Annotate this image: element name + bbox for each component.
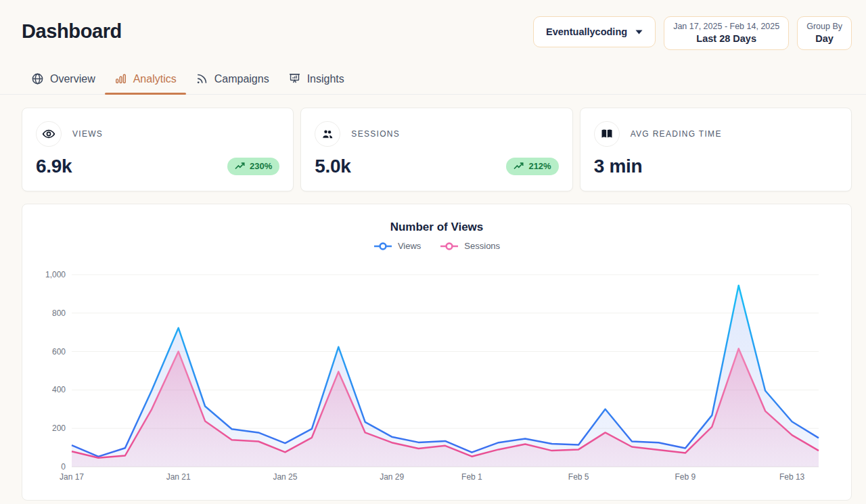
- users-icon: [315, 121, 340, 147]
- date-range-selector[interactable]: Jan 17, 2025 - Feb 14, 2025 Last 28 Days: [664, 16, 789, 50]
- account-selector-label: Eventuallycoding: [546, 26, 627, 37]
- bar-chart-icon: [114, 72, 127, 85]
- trend-badge: 230%: [227, 158, 279, 175]
- svg-text:0: 0: [61, 462, 66, 472]
- account-selector-button[interactable]: Eventuallycoding: [533, 16, 656, 47]
- group-by-value: Day: [806, 33, 842, 44]
- svg-text:Feb 5: Feb 5: [568, 472, 589, 482]
- svg-text:Feb 1: Feb 1: [461, 472, 482, 482]
- stat-label: VIEWS: [72, 129, 103, 139]
- legend-item-views[interactable]: Views: [373, 241, 421, 251]
- globe-icon: [31, 72, 44, 85]
- page-header: Dashboard Eventuallycoding Jan 17, 2025 …: [0, 0, 866, 50]
- tab-overview-label: Overview: [50, 73, 95, 85]
- trend-value: 230%: [250, 161, 272, 171]
- stat-card-sessions: SESSIONS 5.0k 212%: [300, 108, 572, 191]
- chart-title: Number of Views: [22, 221, 851, 234]
- svg-text:800: 800: [52, 308, 66, 318]
- trend-value: 212%: [528, 161, 551, 171]
- tab-insights[interactable]: Insights: [279, 66, 354, 94]
- tab-bar: Overview Analytics Campaigns Insights: [0, 66, 866, 95]
- stat-label: SESSIONS: [351, 129, 400, 139]
- group-by-label: Group By: [806, 22, 842, 31]
- views-legend-marker-icon: [373, 242, 392, 250]
- date-range-preset: Last 28 Days: [673, 33, 779, 44]
- stat-value: 5.0k: [315, 156, 350, 177]
- chart-legend: Views Sessions: [22, 241, 851, 251]
- svg-text:Feb 13: Feb 13: [779, 472, 805, 482]
- stat-value: 3 min: [594, 156, 643, 177]
- tab-campaigns-label: Campaigns: [214, 73, 269, 85]
- tab-campaigns[interactable]: Campaigns: [186, 66, 279, 94]
- legend-label: Sessions: [464, 241, 500, 251]
- views-chart-card: Number of Views Views Sessions: [22, 204, 852, 501]
- page-title: Dashboard: [22, 20, 122, 43]
- svg-text:Jan 25: Jan 25: [273, 472, 297, 482]
- group-by-selector[interactable]: Group By Day: [797, 16, 852, 50]
- svg-text:Jan 29: Jan 29: [380, 472, 404, 482]
- date-range-text: Jan 17, 2025 - Feb 14, 2025: [673, 22, 779, 31]
- stat-card-views: VIEWS 6.9k 230%: [22, 108, 294, 191]
- trending-up-icon: [514, 162, 524, 170]
- svg-text:Jan 17: Jan 17: [60, 472, 84, 482]
- presentation-icon: [288, 72, 301, 85]
- stat-cards-row: VIEWS 6.9k 230% SESSIONS: [22, 108, 852, 191]
- chart-areas: [72, 285, 819, 467]
- chevron-down-icon: [635, 30, 643, 35]
- svg-text:Feb 9: Feb 9: [675, 472, 696, 482]
- stat-value: 6.9k: [36, 156, 72, 177]
- svg-text:400: 400: [52, 385, 66, 394]
- stat-card-avg-reading-time: AVG READING TIME 3 min: [580, 108, 852, 191]
- header-controls: Eventuallycoding Jan 17, 2025 - Feb 14, …: [533, 16, 852, 50]
- sessions-legend-marker-icon: [440, 242, 459, 250]
- svg-text:Jan 21: Jan 21: [166, 472, 191, 482]
- svg-text:200: 200: [52, 423, 66, 433]
- tab-overview[interactable]: Overview: [22, 66, 105, 94]
- svg-text:1,000: 1,000: [45, 270, 66, 279]
- tab-insights-label: Insights: [307, 73, 344, 85]
- legend-label: Views: [398, 241, 421, 251]
- tab-analytics[interactable]: Analytics: [105, 66, 186, 94]
- svg-text:600: 600: [52, 347, 66, 357]
- eye-icon: [36, 121, 62, 147]
- trend-badge: 212%: [506, 158, 558, 175]
- broadcast-icon: [196, 72, 208, 85]
- tab-analytics-label: Analytics: [133, 73, 177, 85]
- legend-item-sessions[interactable]: Sessions: [440, 241, 500, 251]
- trending-up-icon: [235, 162, 245, 170]
- views-sessions-area-chart[interactable]: 02004006008001,000Jan 17Jan 21Jan 25Jan …: [22, 254, 851, 488]
- book-icon: [594, 121, 620, 147]
- stat-label: AVG READING TIME: [631, 129, 722, 139]
